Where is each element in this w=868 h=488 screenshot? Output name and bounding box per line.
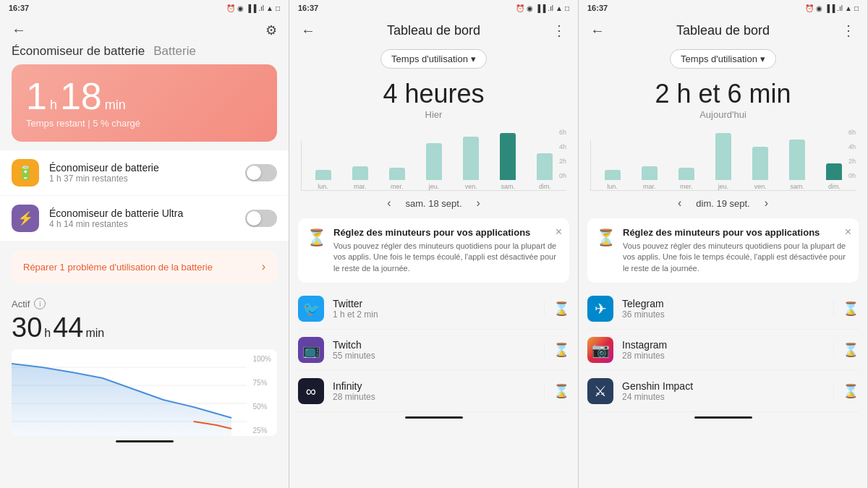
time-filter-button-2[interactable]: Temps d'utilisation ▾ xyxy=(380,49,487,69)
prev-date-button-2[interactable]: ‹ xyxy=(387,197,391,210)
prev-date-button-3[interactable]: ‹ xyxy=(678,197,681,210)
status-time-2: 16:37 xyxy=(298,4,318,12)
app-usage-time: 24 minutes xyxy=(622,392,825,402)
battery-saver-text: Économiseur de batterie 1 h 37 min resta… xyxy=(49,162,235,184)
chart-bar-day: mer. xyxy=(668,168,705,190)
app-icon: 📷 xyxy=(587,337,613,363)
scroll-indicator-3 xyxy=(694,416,752,419)
chart-bar-label: mar. xyxy=(643,183,656,190)
chart-bar-day: mer. xyxy=(378,168,415,190)
app-list-item[interactable]: ✈Telegram36 minutes⌛ xyxy=(587,288,859,330)
repair-text: Réparer 1 problème d'utilisation de la b… xyxy=(23,262,213,273)
chart-bar-day: dim. xyxy=(816,163,853,190)
next-date-button-2[interactable]: › xyxy=(477,197,480,210)
active-m-label: min xyxy=(85,327,104,340)
app-icon: 📺 xyxy=(298,337,324,363)
chart-bar-day: ven. xyxy=(453,137,490,190)
app-timer-button[interactable]: ⌛ xyxy=(544,342,569,358)
chart-bar-day: lun. xyxy=(305,170,341,190)
chart-bar-day: mar. xyxy=(341,166,378,190)
y-6h-3: 6h xyxy=(848,129,856,136)
chart-bar xyxy=(605,170,621,180)
settings-icon[interactable]: ⚙ xyxy=(265,22,277,38)
back-button[interactable]: ← xyxy=(12,22,26,38)
app-timer-button[interactable]: ⌛ xyxy=(833,301,859,317)
timer-card-desc-3: Vous pouvez régler des minuteurs quotidi… xyxy=(623,241,850,274)
timer-card-desc-2: Vous pouvez régler des minuteurs quotidi… xyxy=(333,241,561,274)
active-time-display: 30 h 44 min xyxy=(0,312,289,343)
status-time-3: 16:37 xyxy=(587,4,608,12)
timer-icon-3: ⏳ xyxy=(596,228,616,247)
timer-card-close-icon-2[interactable]: × xyxy=(556,226,562,239)
app-name-label: Instagram xyxy=(622,339,825,351)
timer-suggestion-card-3: ⏳ Réglez des minuteurs pour vos applicat… xyxy=(587,218,859,283)
app-name-label: Telegram xyxy=(622,298,825,309)
repair-card[interactable]: Réparer 1 problème d'utilisation de la b… xyxy=(12,250,277,283)
app-timer-button[interactable]: ⌛ xyxy=(833,383,859,399)
chart-bar-day: jeu. xyxy=(415,143,452,190)
filter-row-2: Temps d'utilisation ▾ xyxy=(289,45,578,76)
chart-bar-day: sam. xyxy=(490,133,527,190)
app-list-item[interactable]: ⚔Genshin Impact24 minutes⌛ xyxy=(587,371,859,412)
chart-bar xyxy=(500,133,516,180)
date-nav-3: ‹ dim. 19 sept. › xyxy=(579,191,867,215)
chart-bar-label: ven. xyxy=(754,183,767,190)
chart-bar-label: mer. xyxy=(391,183,404,190)
chart-bar xyxy=(537,153,553,180)
app-timer-button[interactable]: ⌛ xyxy=(544,383,569,399)
y-0h-2: 0h xyxy=(559,172,566,179)
status-bar-1: 16:37 ⏰ ◉ ▐▐ .ıl ▲ □ xyxy=(0,0,289,16)
chart-y-labels-2: 6h 4h 2h 0h xyxy=(559,129,566,179)
app-timer-button[interactable]: ⌛ xyxy=(544,301,569,317)
app-info: Telegram36 minutes xyxy=(622,298,825,320)
dashboard-title-3: Tableau de bord xyxy=(613,23,833,38)
status-bar-3: 16:37 ⏰ ◉ ▐▐ .ıl ▲ □ xyxy=(579,0,867,16)
y-4h-3: 4h xyxy=(848,143,856,150)
app-info: Twitch55 minutes xyxy=(333,339,535,361)
app-info: Instagram28 minutes xyxy=(622,339,825,361)
dashboard-header-3: ← Tableau de bord ⋮ xyxy=(579,16,867,45)
graph-svg xyxy=(12,349,277,436)
wifi-icon-3: ▲ xyxy=(845,4,852,12)
app-list-item[interactable]: 📷Instagram28 minutes⌛ xyxy=(587,330,859,371)
filter-label-3: Temps d'utilisation xyxy=(681,53,757,64)
more-options-icon-3[interactable]: ⋮ xyxy=(841,22,856,39)
next-date-button-3[interactable]: › xyxy=(765,197,768,210)
app-usage-time: 1 h et 2 min xyxy=(333,309,535,320)
battery-sub-text: Temps restant | 5 % chargé xyxy=(26,118,263,129)
app-info: Genshin Impact24 minutes xyxy=(622,380,825,402)
battery-ultra-text: Économiseur de batterie Ultra 4 h 14 min… xyxy=(49,207,235,229)
battery-ultra-feature: ⚡ Économiseur de batterie Ultra 4 h 14 m… xyxy=(0,196,289,241)
battery-ultra-toggle[interactable] xyxy=(245,210,277,227)
app-timer-button[interactable]: ⌛ xyxy=(833,342,859,358)
back-button-3[interactable]: ← xyxy=(590,22,605,39)
battery-saver-sub: 1 h 37 min restantes xyxy=(49,174,235,184)
battery-saver-toggle[interactable] xyxy=(245,164,277,181)
info-icon[interactable]: i xyxy=(34,298,46,309)
chart-bar xyxy=(826,163,842,180)
time-period-3: Aujourd'hui xyxy=(579,109,867,126)
signal-icon: .ıl xyxy=(258,4,264,12)
timer-card-close-icon-3[interactable]: × xyxy=(845,226,851,239)
chart-bar xyxy=(642,166,658,180)
app-list-item[interactable]: 📺Twitch55 minutes⌛ xyxy=(298,330,569,371)
more-options-icon-2[interactable]: ⋮ xyxy=(552,22,566,39)
app-list-item[interactable]: ∞Infinity28 minutes⌛ xyxy=(298,371,569,412)
chart-bar-label: ven. xyxy=(465,183,477,190)
p1-secondary-title: Batterie xyxy=(153,44,196,59)
panel-dashboard-today: 16:37 ⏰ ◉ ▐▐ .ıl ▲ □ ← Tableau de bord ⋮… xyxy=(579,0,868,488)
date-nav-2: ‹ sam. 18 sept. › xyxy=(289,191,578,215)
timer-card-text-3: Réglez des minuteurs pour vos applicatio… xyxy=(623,227,850,274)
time-filter-button-3[interactable]: Temps d'utilisation ▾ xyxy=(670,49,776,69)
app-info: Infinity28 minutes xyxy=(333,380,535,402)
app-list-item[interactable]: 🐦Twitter1 h et 2 min⌛ xyxy=(298,288,569,330)
status-bar-2: 16:37 ⏰ ◉ ▐▐ .ıl ▲ □ xyxy=(289,0,578,16)
alarm-icon-3: ⏰ xyxy=(805,4,814,12)
chart-bar-label: dim. xyxy=(539,183,551,190)
timer-card-text-2: Réglez des minuteurs pour vos applicatio… xyxy=(333,227,561,274)
app-usage-time: 36 minutes xyxy=(622,309,825,320)
filter-row-3: Temps d'utilisation ▾ xyxy=(579,45,867,76)
app-icon: ✈ xyxy=(587,296,613,322)
panel-dashboard-yesterday: 16:37 ⏰ ◉ ▐▐ .ıl ▲ □ ← Tableau de bord ⋮… xyxy=(289,0,579,488)
back-button-2[interactable]: ← xyxy=(301,22,315,39)
